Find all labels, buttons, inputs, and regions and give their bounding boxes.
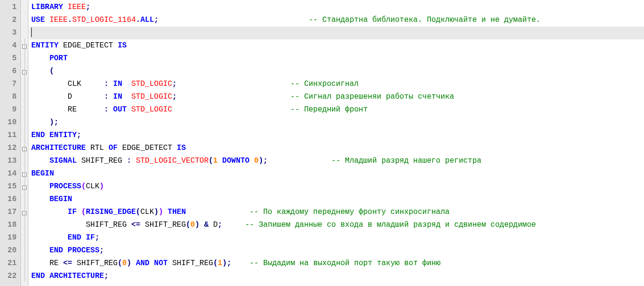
code-line[interactable]: ( [29, 65, 644, 78]
code-line[interactable]: SIGNAL SHIFT_REG : STD_LOGIC_VECTOR(1 DO… [29, 155, 644, 167]
line-number: 15 [2, 180, 17, 193]
fold-guide [21, 90, 28, 102]
fold-guide [21, 256, 28, 269]
line-number: 11 [2, 129, 17, 142]
code-line[interactable]: CLK : IN STD_LOGIC; -- Синхросигнал [29, 78, 644, 91]
fold-guide [21, 269, 28, 282]
line-number: 19 [2, 231, 17, 244]
fold-guide [21, 13, 28, 26]
code-line[interactable]: ); [29, 116, 644, 129]
fold-guide [21, 231, 28, 243]
line-number: 14 [2, 167, 17, 180]
code-line[interactable]: END ENTITY; [29, 129, 644, 142]
fold-toggle-icon[interactable]: - [21, 205, 28, 218]
line-number: 13 [2, 155, 17, 167]
line-number: 20 [2, 244, 17, 257]
line-number: 18 [2, 219, 17, 231]
fold-toggle-icon[interactable]: - [21, 179, 28, 192]
code-line[interactable]: IF (RISING_EDGE(CLK)) THEN -- По каждому… [29, 206, 644, 219]
line-number-gutter: 12345678910111213141516171819202122 [0, 0, 21, 286]
code-line[interactable]: BEGIN [29, 167, 644, 180]
line-number: 12 [2, 142, 17, 155]
code-line[interactable]: D : IN STD_LOGIC; -- Сигнал разрешеняи р… [29, 91, 644, 103]
code-line[interactable]: PORT [29, 52, 644, 65]
fold-toggle-icon[interactable]: - [21, 38, 28, 51]
line-number: 4 [2, 39, 17, 52]
fold-guide [21, 115, 28, 128]
fold-guide [21, 243, 28, 256]
fold-guide [21, 192, 28, 205]
fold-guide [21, 102, 28, 115]
code-line[interactable]: ARCHITECTURE RTL OF EDGE_DETECT IS [29, 142, 644, 155]
code-editor[interactable]: 12345678910111213141516171819202122 ----… [0, 0, 644, 286]
line-number: 8 [2, 91, 17, 103]
fold-guide [21, 77, 28, 90]
fold-column[interactable]: ------ [21, 0, 28, 286]
fold-toggle-icon[interactable]: - [21, 64, 28, 77]
line-number: 7 [2, 78, 17, 91]
fold-guide [21, 154, 28, 166]
code-area[interactable]: LIBRARY IEEE;USE IEEE.STD_LOGIC_1164.ALL… [28, 0, 644, 286]
code-line[interactable]: END ARCHITECTURE; [29, 270, 644, 283]
fold-guide [21, 218, 28, 231]
line-number: 21 [2, 257, 17, 270]
line-number: 17 [2, 206, 17, 219]
code-line[interactable]: LIBRARY IEEE; [29, 1, 644, 14]
line-number: 16 [2, 193, 17, 206]
line-number: 1 [2, 1, 17, 14]
fold-guide [21, 26, 28, 38]
line-number: 5 [2, 52, 17, 65]
code-line[interactable] [29, 27, 644, 39]
code-line[interactable]: PROCESS(CLK) [29, 180, 644, 193]
code-line[interactable]: RE : OUT STD_LOGIC -- Передний фронт [29, 103, 644, 116]
fold-guide [21, 0, 28, 13]
line-number: 10 [2, 116, 17, 129]
code-line[interactable]: END IF; [29, 231, 644, 244]
line-number: 2 [2, 14, 17, 27]
code-line[interactable]: RE <= SHIFT_REG(0) AND NOT SHIFT_REG(1);… [29, 257, 644, 270]
fold-guide [21, 128, 28, 141]
code-line[interactable]: USE IEEE.STD_LOGIC_1164.ALL; -- Стандарт… [29, 14, 644, 27]
fold-toggle-icon[interactable]: - [21, 166, 28, 179]
line-number: 9 [2, 103, 17, 116]
code-line[interactable]: END PROCESS; [29, 244, 644, 257]
fold-guide [21, 51, 28, 64]
line-number: 3 [2, 27, 17, 39]
code-line[interactable]: SHIFT_REG <= SHIFT_REG(0) & D; -- Запише… [29, 219, 644, 231]
code-line[interactable]: BEGIN [29, 193, 644, 206]
fold-toggle-icon[interactable]: - [21, 141, 28, 154]
code-line[interactable]: ENTITY EDGE_DETECT IS [29, 39, 644, 52]
line-number: 22 [2, 270, 17, 283]
line-number: 6 [2, 65, 17, 78]
